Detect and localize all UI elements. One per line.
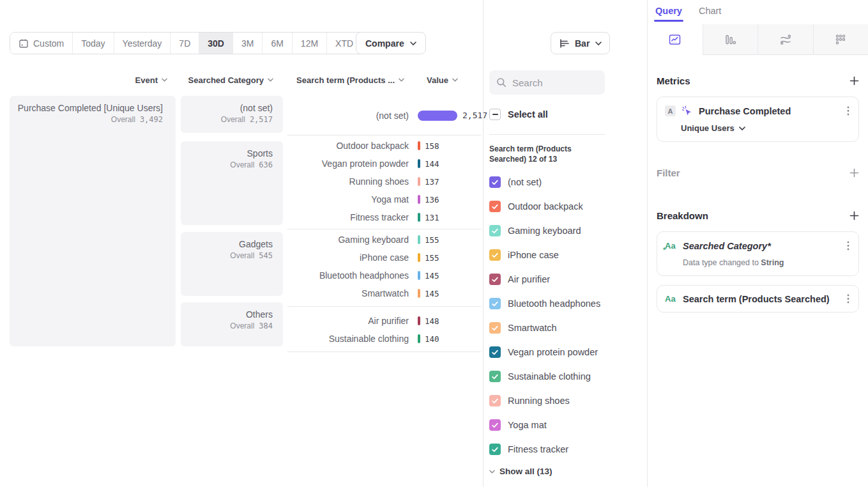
checkbox-checked[interactable] [489,346,501,358]
term-value: 155 [425,235,439,245]
filter-option[interactable]: Yoga mat [489,413,647,437]
report-type-retention-tab[interactable] [814,24,868,55]
breakdown-options-kebab-icon[interactable] [846,293,851,305]
category-name: Gadgets [181,239,273,249]
filter-option[interactable]: Fitness tracker [489,437,647,461]
breakdown-card[interactable]: Aa* Searched Category* Data type changed… [657,231,859,276]
add-metric-button[interactable] [849,76,859,86]
value-bar [418,177,420,186]
column-header-searched-category[interactable]: Searched Category [181,72,273,88]
category-cell: Others Overall384 [181,302,283,346]
insights-line-chart-icon [669,34,681,45]
category-name: Sports [181,148,273,158]
filter-option[interactable]: Vegan protein powder [489,340,647,364]
filter-option[interactable]: Gaming keyboard [489,219,647,243]
breakdown-options-kebab-icon[interactable] [846,240,851,252]
report-type-flows-tab[interactable] [758,24,814,55]
value-bar [418,195,420,204]
search-input[interactable] [512,77,595,88]
term-label: Fitness tracker [287,212,409,222]
checkbox-checked[interactable] [489,298,501,309]
date-range-12m[interactable]: 12M [293,33,327,54]
add-breakdown-button[interactable] [849,211,859,220]
query-builder: Metrics A Purchase Completed Unique User… [648,75,868,313]
report-type-funnels-tab[interactable] [703,24,759,55]
checkbox-checked[interactable] [489,419,501,431]
filter-option[interactable]: Air purifier [489,267,647,291]
checkbox-checked[interactable] [489,225,501,236]
filter-option-label: Air purifier [508,274,550,284]
term-group: Gaming keyboard155 iPhone case155 Blueto… [287,229,481,307]
add-filter-button[interactable] [849,168,859,178]
date-range-30d-selected[interactable]: 30D [199,33,233,54]
checkbox-checked[interactable] [489,444,501,455]
value-bar [418,235,420,244]
term-row: Air purifier148 [287,312,481,330]
term-label: Bluetooth headphones [287,270,409,281]
column-header-event[interactable]: Event [10,72,167,88]
date-range-today[interactable]: Today [73,33,114,54]
show-all-label: Show all (13) [499,467,552,476]
checkbox-checked[interactable] [489,322,501,334]
checkbox-checked[interactable] [489,249,501,261]
filter-option[interactable]: Running shoes [489,389,647,413]
filter-option-label: iPhone case [508,250,559,260]
breakdown-name: Search term (Products Searched) [683,294,846,304]
filter-option[interactable]: Outdoor backpack [489,194,647,219]
value-bar [418,316,420,325]
term-label: Outdoor backpack [287,141,409,151]
value-bar [418,271,420,280]
term-row: Gaming keyboard155 [287,231,481,249]
checkbox-checked[interactable] [489,371,501,382]
filter-option[interactable]: Smartwatch [489,316,647,340]
term-row: Bluetooth headphones145 [287,267,481,284]
tab-chart[interactable]: Chart [699,6,721,22]
filter-option[interactable]: iPhone case [489,243,647,267]
chevron-down-icon [410,42,416,45]
value-bar [418,141,420,150]
retention-dots-icon [835,34,846,45]
term-row: (not set) 2,517 [287,96,481,135]
term-row: Running shoes137 [287,173,481,190]
date-range-6m[interactable]: 6M [263,33,292,54]
date-range-3m[interactable]: 3M [233,33,263,54]
filter-option[interactable]: Sustainable clothing [489,364,647,389]
date-range-7d[interactable]: 7D [171,33,199,54]
value-bar [418,111,457,121]
checkbox-indeterminate[interactable] [489,109,501,120]
term-value: 158 [425,141,439,151]
search-icon [496,77,506,88]
filter-option-label: Outdoor backpack [508,201,583,212]
filter-option[interactable]: (not set) [489,170,647,194]
chevron-down-icon [489,470,495,474]
breakdown-card[interactable]: Aa Search term (Products Searched) [657,285,859,313]
show-all-button[interactable]: Show all (13) [489,467,647,476]
checkbox-checked[interactable] [489,395,501,406]
filter-option-label: Fitness tracker [508,444,568,454]
search-box[interactable] [489,70,605,95]
checkbox-checked[interactable] [489,176,501,188]
chevron-down-icon [399,78,404,82]
column-header-value[interactable]: Value [427,72,465,88]
compare-button[interactable]: Compare [356,32,426,54]
filter-option[interactable]: Bluetooth headphones [489,291,647,316]
term-row: Outdoor backpack158 [287,137,481,155]
date-range-custom[interactable]: Custom [10,33,73,54]
value-bar [418,289,420,298]
metric-options-kebab-icon[interactable] [846,105,851,117]
column-header-search-term[interactable]: Search term (Products ... [287,72,404,88]
select-all-row[interactable]: Select all [489,109,647,120]
string-type-icon: Aa* [665,242,678,250]
term-value: 148 [425,316,439,326]
term-group: (not set) 2,517 [287,96,481,135]
checkbox-checked[interactable] [489,201,501,212]
report-type-insights-tab[interactable] [648,24,703,55]
filter-option-label: Bluetooth headphones [508,298,600,309]
checkbox-checked[interactable] [489,274,501,285]
chevron-down-icon [452,78,458,82]
term-value: 131 [425,213,439,222]
measure-dropdown[interactable]: Unique Users [681,123,851,133]
metric-card[interactable]: A Purchase Completed Unique Users [657,97,859,142]
date-range-yesterday[interactable]: Yesterday [114,33,171,54]
tab-query[interactable]: Query [655,6,682,22]
